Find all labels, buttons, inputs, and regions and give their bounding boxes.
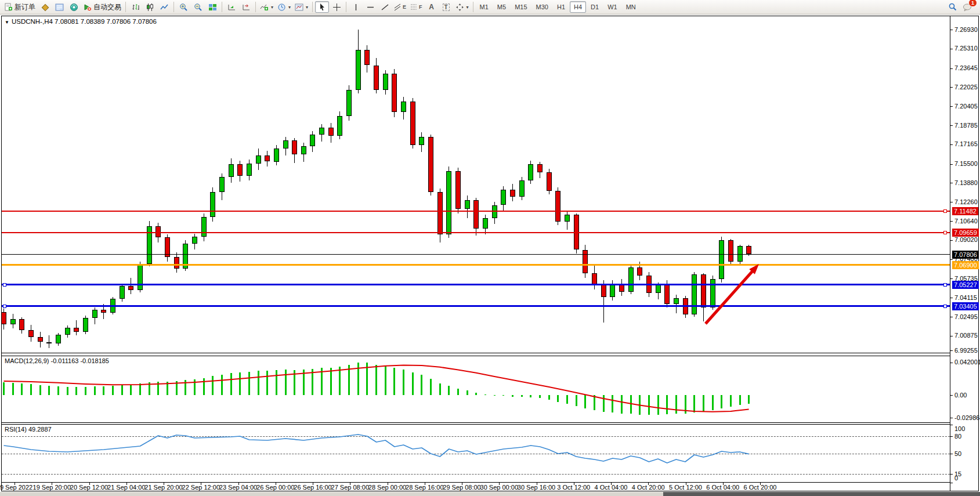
candle [201,217,207,237]
rsi-axis-tick [950,436,953,437]
candle [247,164,252,176]
candle [719,240,724,279]
macd-histogram-bar [703,395,704,412]
line-handle[interactable] [943,305,947,308]
macd-axis-label: 0.00 [954,392,967,399]
horizontal-line[interactable] [2,211,950,212]
horizontal-line[interactable] [2,284,950,285]
macd-histogram-bar [612,395,613,412]
candle [19,319,24,330]
candle [319,128,324,135]
candle [656,285,661,293]
candle [120,286,125,298]
rsi-indicator-label: RSI(14) 49.2887 [5,426,52,433]
rsi-axis-label: 100 [954,425,965,432]
macd-histogram-bar [621,395,623,414]
macd-histogram-bar [303,370,305,395]
macd-histogram-bar [39,385,41,395]
candle [38,337,43,342]
candle [692,274,697,314]
macd-histogram-bar [439,383,441,395]
price-axis-label: 7.04115 [954,294,977,301]
time-axis-label: 28 Sep 00:00 [368,484,406,491]
macd-histogram-bar [157,382,159,395]
rsi-level-line [2,474,950,475]
candle [610,284,615,296]
candle [419,137,424,145]
line-handle[interactable] [3,283,6,287]
macd-axis-tick [950,363,953,363]
line-handle[interactable] [3,305,6,308]
rsi-axis-tick [950,474,953,475]
horizontal-scrollbar-thumb[interactable] [663,492,980,496]
candle [283,140,288,149]
rsi-panel-bottom-border [2,482,950,483]
candle [601,285,606,296]
line-handle[interactable] [943,231,947,234]
macd-histogram-bar [139,383,141,395]
horizontal-line[interactable] [2,305,950,307]
price-axis-label: 7.15500 [954,160,978,167]
candle [28,330,34,337]
rsi-axis-label: 50 [954,450,961,457]
price-axis-tick [950,202,953,202]
candle [56,335,61,343]
candle [728,240,733,262]
macd-histogram-bar [266,371,268,395]
candle [565,215,570,222]
horizontal-line[interactable] [2,232,950,233]
candle [74,328,79,332]
price-axis-label: 6.99255 [954,347,978,354]
macd-histogram-bar [321,368,323,395]
macd-histogram-bar [557,395,559,402]
price-axis-tick [950,68,953,69]
price-tag: 7.11482 [952,207,978,215]
macd-histogram-bar [3,382,5,395]
mt4-terminal: 新订单 自动交易 [0,0,980,496]
candle [10,319,16,324]
horizontal-line[interactable] [2,254,950,255]
price-axis-label: 7.12260 [954,198,978,205]
macd-histogram-bar [67,387,68,395]
macd-axis-tick [950,395,953,396]
macd-histogram-bar [348,365,350,395]
candle [292,140,297,154]
chart-plot-area[interactable]: 7.114827.096597.078067.069007.052277.034… [0,0,980,496]
macd-histogram-bar [212,376,214,395]
candle [628,267,634,292]
time-axis-label: 28 Sep 16:00 [406,484,443,491]
macd-histogram-bar [539,395,541,398]
candle [374,66,379,90]
price-axis-tick [950,278,953,279]
horizontal-line[interactable] [2,264,950,266]
candle [392,74,397,113]
candle [455,171,461,209]
macd-histogram-bar [194,379,196,395]
candle [446,171,451,234]
macd-histogram-bar [366,363,368,395]
macd-histogram-bar [648,395,650,415]
line-handle[interactable] [943,283,947,287]
macd-histogram-bar [594,395,595,410]
macd-histogram-bar [448,386,450,395]
candle [637,267,642,276]
line-handle[interactable] [943,209,947,213]
macd-histogram-bar [530,395,531,397]
macd-histogram-bar [312,369,313,396]
candle [1,312,6,324]
time-axis-label: 21 Sep 04:00 [107,484,145,491]
time-axis-label: 26 Sep 16:00 [294,484,331,491]
macd-histogram-bar [685,395,686,414]
time-axis-label: 19 Sep 2022 [0,484,32,491]
macd-histogram-bar [748,395,750,404]
macd-histogram-bar [85,387,86,395]
time-axis-label: 6 Oct 04:00 [706,484,739,491]
candle [555,191,560,222]
macd-histogram-bar [203,378,205,396]
macd-histogram-bar [375,365,377,395]
price-axis-label: 7.22025 [954,84,978,90]
macd-histogram-bar [330,368,332,395]
macd-histogram-bar [176,381,178,396]
time-axis-label: 3 Oct 12:00 [557,484,590,491]
macd-histogram-bar [584,395,586,408]
